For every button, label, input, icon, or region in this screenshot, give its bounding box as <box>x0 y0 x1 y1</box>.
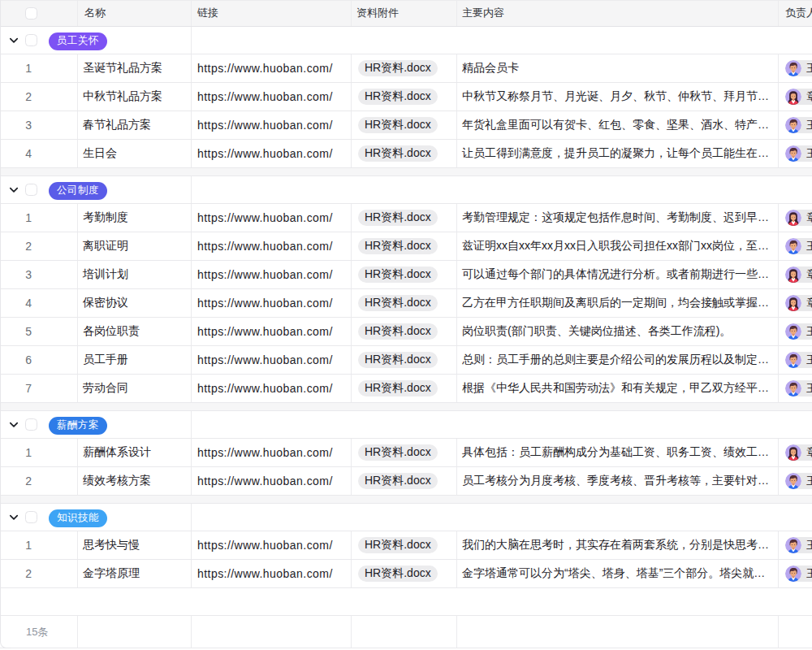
attachment-chip[interactable]: HR资料.docx <box>358 323 438 340</box>
attachment-chip[interactable]: HR资料.docx <box>358 117 438 133</box>
column-header-link[interactable]: 链接 <box>192 0 352 26</box>
record-link[interactable]: https://www.huoban.com/ <box>197 325 333 338</box>
attachment-chip[interactable]: HR资料.docx <box>358 537 438 553</box>
record-name[interactable]: 劳动合同 <box>83 381 128 396</box>
table-row[interactable]: 4 生日会 https://www.huoban.com/ HR资料.docx … <box>0 140 812 168</box>
owner-chip[interactable]: 章玲 <box>785 295 812 311</box>
record-name[interactable]: 金字塔原理 <box>83 566 140 581</box>
table-row[interactable]: 7 劳动合同 https://www.huoban.com/ HR资料.docx… <box>0 375 812 403</box>
owner-chip[interactable]: 章玲 <box>785 210 812 226</box>
owner-avatar <box>785 323 801 340</box>
table-row[interactable]: 1 考勤制度 https://www.huoban.com/ HR资料.docx… <box>0 204 812 232</box>
table-row[interactable]: 2 金字塔原理 https://www.huoban.com/ HR资料.doc… <box>0 560 812 588</box>
record-link[interactable]: https://www.huoban.com/ <box>197 297 333 310</box>
table-row[interactable]: 2 离职证明 https://www.huoban.com/ HR资料.docx… <box>0 232 812 261</box>
group-badge[interactable]: 薪酬方案 <box>49 417 107 435</box>
table-row[interactable]: 3 培训计划 https://www.huoban.com/ HR资料.docx… <box>0 261 812 289</box>
owner-chip[interactable]: 章玲 <box>785 89 812 105</box>
attachment-chip[interactable]: HR资料.docx <box>358 444 438 461</box>
group-checkbox[interactable] <box>25 511 37 523</box>
record-link[interactable]: https://www.huoban.com/ <box>197 240 333 253</box>
attachment-chip[interactable]: HR资料.docx <box>358 210 438 226</box>
table-row[interactable]: 1 圣诞节礼品方案 https://www.huoban.com/ HR资料.d… <box>0 54 812 83</box>
column-header-name[interactable]: 名称 <box>78 0 192 26</box>
attachment-chip[interactable]: HR资料.docx <box>358 352 438 368</box>
record-name[interactable]: 保密协议 <box>83 296 128 310</box>
attachment-chip[interactable]: HR资料.docx <box>358 266 438 283</box>
column-header-content[interactable]: 主要内容 <box>457 0 779 26</box>
record-name[interactable]: 生日会 <box>83 146 117 161</box>
record-link[interactable]: https://www.huoban.com/ <box>197 90 333 103</box>
table-row[interactable]: 2 中秋节礼品方案 https://www.huoban.com/ HR资料.d… <box>0 83 812 111</box>
record-count: 15条 <box>0 616 78 648</box>
record-link[interactable]: https://www.huoban.com/ <box>197 382 333 395</box>
record-link[interactable]: https://www.huoban.com/ <box>197 119 333 132</box>
record-name[interactable]: 薪酬体系设计 <box>83 445 151 460</box>
table-row[interactable]: 1 思考快与慢 https://www.huoban.com/ HR资料.doc… <box>0 531 812 560</box>
record-link[interactable]: https://www.huoban.com/ <box>197 62 333 75</box>
attachment-chip[interactable]: HR资料.docx <box>358 89 438 105</box>
record-name[interactable]: 绩效考核方案 <box>83 474 151 488</box>
collapse-chevron-icon[interactable] <box>8 184 19 196</box>
owner-avatar <box>785 444 801 461</box>
attachment-chip[interactable]: HR资料.docx <box>358 238 438 254</box>
table-row[interactable]: 2 绩效考核方案 https://www.huoban.com/ HR资料.do… <box>0 467 812 496</box>
group-badge[interactable]: 公司制度 <box>49 182 107 200</box>
record-name[interactable]: 培训计划 <box>83 267 128 282</box>
attachment-chip[interactable]: HR资料.docx <box>358 295 438 311</box>
owner-chip[interactable]: 王杰 <box>785 566 812 582</box>
record-link[interactable]: https://www.huoban.com/ <box>197 539 333 552</box>
owner-chip[interactable]: 王杰 <box>785 380 812 396</box>
table-row[interactable]: 6 员工手册 https://www.huoban.com/ HR资料.docx… <box>0 346 812 375</box>
collapse-chevron-icon[interactable] <box>8 512 19 523</box>
group-checkbox[interactable] <box>25 34 37 46</box>
record-link[interactable]: https://www.huoban.com/ <box>197 446 333 459</box>
owner-chip[interactable]: 王杰 <box>785 145 812 162</box>
attachment-chip[interactable]: HR资料.docx <box>358 473 438 489</box>
record-name[interactable]: 各岗位职责 <box>83 324 140 339</box>
owner-chip[interactable]: 王杰 <box>785 537 812 553</box>
record-name[interactable]: 圣诞节礼品方案 <box>83 61 162 76</box>
record-name[interactable]: 思考快与慢 <box>83 538 140 552</box>
record-name[interactable]: 考勤制度 <box>83 210 128 225</box>
record-name[interactable]: 中秋节礼品方案 <box>83 89 162 104</box>
record-link[interactable]: https://www.huoban.com/ <box>197 268 333 281</box>
record-content: 具体包括：员工薪酬构成分为基础工资、职务工资、绩效工… <box>462 445 769 460</box>
group-checkbox[interactable] <box>25 418 37 431</box>
attachment-chip[interactable]: HR资料.docx <box>358 60 438 76</box>
table-row[interactable]: 5 各岗位职责 https://www.huoban.com/ HR资料.doc… <box>0 318 812 346</box>
owner-chip[interactable]: 王杰 <box>785 238 812 254</box>
table-row[interactable]: 4 保密协议 https://www.huoban.com/ HR资料.docx… <box>0 289 812 318</box>
owner-name: 王杰 <box>806 146 812 161</box>
column-header-owner[interactable]: 负责人 <box>779 0 812 26</box>
owner-chip[interactable]: 王杰 <box>785 323 812 340</box>
table-row[interactable]: 3 春节礼品方案 https://www.huoban.com/ HR资料.do… <box>0 111 812 140</box>
owner-chip[interactable]: 王杰 <box>785 352 812 368</box>
group-badge[interactable]: 知识技能 <box>49 509 107 527</box>
owner-chip[interactable]: 王杰 <box>785 60 812 76</box>
collapse-chevron-icon[interactable] <box>8 35 19 46</box>
attachment-chip[interactable]: HR资料.docx <box>358 566 438 582</box>
row-number: 5 <box>0 325 77 338</box>
table-row[interactable]: 1 薪酬体系设计 https://www.huoban.com/ HR资料.do… <box>0 439 812 467</box>
record-name[interactable]: 员工手册 <box>83 353 128 367</box>
group-badge[interactable]: 员工关怀 <box>49 32 107 50</box>
record-link[interactable]: https://www.huoban.com/ <box>197 211 333 224</box>
column-header-attachment[interactable]: 资料附件 <box>352 0 457 26</box>
record-name[interactable]: 离职证明 <box>83 239 128 254</box>
owner-chip[interactable]: 王杰 <box>785 473 812 489</box>
owner-chip[interactable]: 章玲 <box>785 444 812 461</box>
record-link[interactable]: https://www.huoban.com/ <box>197 474 333 488</box>
record-link[interactable]: https://www.huoban.com/ <box>197 147 333 160</box>
attachment-chip[interactable]: HR资料.docx <box>358 145 438 162</box>
collapse-chevron-icon[interactable] <box>8 419 19 431</box>
owner-chip[interactable]: 章玲 <box>785 266 812 283</box>
group-checkbox[interactable] <box>25 184 37 196</box>
record-link[interactable]: https://www.huoban.com/ <box>197 567 333 580</box>
record-link[interactable]: https://www.huoban.com/ <box>197 353 333 366</box>
select-all-checkbox[interactable] <box>25 7 37 20</box>
attachment-cell: HR资料.docx <box>352 111 457 139</box>
owner-chip[interactable]: 王杰 <box>785 117 812 133</box>
record-name[interactable]: 春节礼品方案 <box>83 118 151 132</box>
attachment-chip[interactable]: HR资料.docx <box>358 380 438 396</box>
